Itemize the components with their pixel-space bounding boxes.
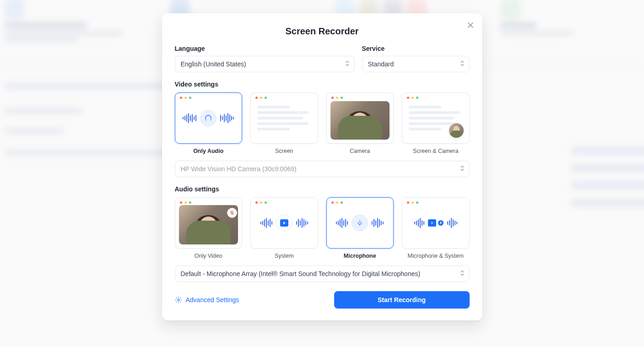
camera-value: HP Wide Vision HD Camera (30c9:0069) xyxy=(181,165,297,173)
audio-option-system[interactable]: System xyxy=(250,197,318,259)
screen-recorder-modal: Screen Recorder Language English (United… xyxy=(162,13,482,320)
camera-select[interactable]: HP Wide Vision HD Camera (30c9:0069) xyxy=(175,161,470,177)
microphone-icon xyxy=(352,215,368,231)
audio-option-only-video[interactable]: Only Video xyxy=(175,197,243,259)
window-dots-icon xyxy=(180,97,191,99)
audio-option-mic-system[interactable]: Microphone & System xyxy=(402,197,470,259)
chevron-up-down-icon xyxy=(345,60,350,68)
audio-options: Only Video System xyxy=(175,197,470,259)
window-dots-icon xyxy=(331,201,343,204)
svg-rect-3 xyxy=(440,222,441,223)
video-settings-label: Video settings xyxy=(175,81,470,88)
close-button[interactable] xyxy=(465,20,476,31)
option-label: Camera xyxy=(350,148,370,154)
camera-pip-icon xyxy=(448,122,465,139)
system-audio-icon xyxy=(276,215,292,231)
mic-muted-icon xyxy=(227,208,237,218)
svg-rect-1 xyxy=(210,119,211,121)
option-label: System xyxy=(275,253,294,259)
window-dots-icon xyxy=(180,201,191,204)
service-select[interactable]: Standard xyxy=(362,56,470,72)
option-label: Microphone & System xyxy=(408,253,464,259)
window-dots-icon xyxy=(255,97,267,99)
svg-rect-0 xyxy=(206,119,207,121)
svg-point-4 xyxy=(178,299,179,301)
option-label: Only Audio xyxy=(193,148,223,154)
microphone-value: Default - Microphone Array (Intel® Smart… xyxy=(181,270,421,277)
start-recording-button[interactable]: Start Recording xyxy=(334,291,470,309)
chevron-up-down-icon xyxy=(460,270,465,278)
window-dots-icon xyxy=(407,97,418,99)
service-label: Service xyxy=(362,45,470,52)
option-label: Only Video xyxy=(195,253,222,259)
audio-settings-label: Audio settings xyxy=(175,185,470,193)
video-option-only-audio[interactable]: Only Audio xyxy=(175,92,243,154)
modal-overlay[interactable]: Screen Recorder Language English (United… xyxy=(0,0,644,347)
language-value: English (United States) xyxy=(181,60,246,68)
window-dots-icon xyxy=(407,201,418,204)
microphone-select[interactable]: Default - Microphone Array (Intel® Smart… xyxy=(175,266,470,282)
start-recording-label: Start Recording xyxy=(378,296,426,304)
headphones-icon xyxy=(200,110,216,126)
option-label: Screen xyxy=(275,148,293,154)
audio-option-microphone[interactable]: Microphone xyxy=(326,197,394,259)
chevron-up-down-icon xyxy=(460,60,465,68)
service-value: Standard xyxy=(368,60,394,68)
window-dots-icon xyxy=(255,201,267,204)
modal-title: Screen Recorder xyxy=(175,26,470,37)
gear-icon xyxy=(175,296,182,304)
system-audio-icon xyxy=(428,219,436,227)
video-options: Only Audio Screen Camera xyxy=(175,92,470,154)
advanced-settings-label: Advanced Settings xyxy=(186,296,239,304)
window-dots-icon xyxy=(331,97,343,99)
video-option-camera[interactable]: Camera xyxy=(326,92,394,154)
advanced-settings-link[interactable]: Advanced Settings xyxy=(175,296,239,304)
option-label: Screen & Camera xyxy=(413,148,458,154)
svg-rect-2 xyxy=(359,220,361,223)
close-icon xyxy=(467,22,474,28)
language-select[interactable]: English (United States) xyxy=(175,56,355,72)
option-label: Microphone xyxy=(344,253,376,259)
chevron-up-down-icon xyxy=(460,165,465,173)
video-option-screen-camera[interactable]: Screen & Camera xyxy=(402,92,470,154)
microphone-icon xyxy=(438,220,444,226)
video-option-screen[interactable]: Screen xyxy=(250,92,318,154)
language-label: Language xyxy=(175,45,355,52)
